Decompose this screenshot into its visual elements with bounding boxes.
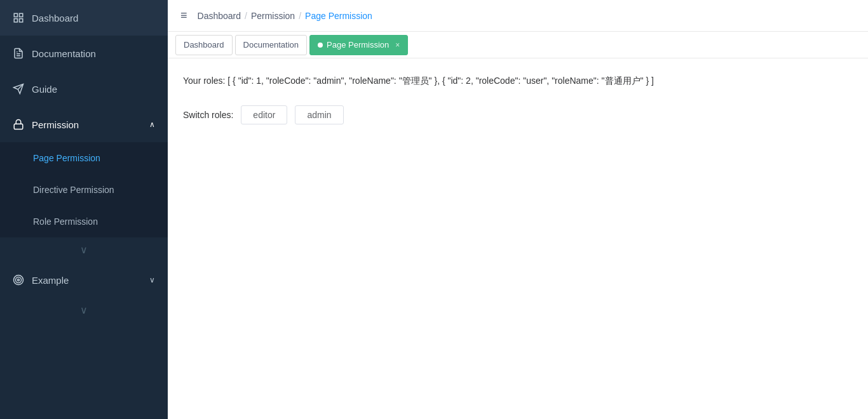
grid-icon	[13, 12, 24, 23]
sidebar-item-permission-label: Permission	[32, 119, 79, 130]
breadcrumb: Dashboard / Permission / Page Permission	[198, 11, 372, 21]
switch-label: Switch roles:	[183, 110, 233, 120]
sidebar-item-guide[interactable]: Guide	[0, 71, 168, 107]
header: ≡ Dashboard / Permission / Page Permissi…	[168, 0, 868, 32]
tab-page-permission-label: Page Permission	[327, 40, 389, 50]
sidebar-item-directive-permission[interactable]: Directive Permission	[0, 174, 168, 206]
breadcrumb-sep-1: /	[245, 11, 247, 21]
tab-documentation-label: Documentation	[243, 40, 299, 50]
sidebar: Dashboard Documentation Guide Pe	[0, 0, 168, 419]
active-tab-dot	[318, 43, 323, 48]
sidebar-item-page-permission[interactable]: Page Permission	[0, 142, 168, 174]
roles-info-line: Your roles: [ { "id": 1, "roleCode": "ad…	[183, 74, 853, 88]
tab-dashboard-label: Dashboard	[184, 40, 224, 50]
svg-point-11	[18, 279, 20, 281]
tab-page-permission[interactable]: Page Permission ×	[309, 35, 408, 55]
close-tab-icon[interactable]: ×	[395, 41, 400, 50]
directive-permission-label: Directive Permission	[33, 185, 114, 195]
tab-dashboard[interactable]: Dashboard	[175, 35, 233, 55]
hamburger-icon[interactable]: ≡	[180, 9, 187, 22]
sidebar-item-guide-label: Guide	[32, 84, 57, 95]
sidebar-item-documentation-label: Documentation	[32, 48, 96, 59]
svg-rect-3	[14, 19, 17, 22]
sidebar-item-permission[interactable]: Permission ∧	[0, 107, 168, 142]
send-icon	[13, 83, 24, 95]
tabs-bar: Dashboard Documentation Page Permission …	[168, 32, 868, 58]
sidebar-item-dashboard[interactable]: Dashboard	[0, 0, 168, 36]
roles-value: [ { "id": 1, "roleCode": "admin", "roleN…	[227, 76, 654, 86]
chevron-up-icon: ∧	[149, 120, 155, 129]
collapse-row-2[interactable]: ∨	[0, 298, 168, 323]
svg-rect-1	[20, 13, 23, 17]
main-area: ≡ Dashboard / Permission / Page Permissi…	[168, 0, 868, 419]
breadcrumb-sep-2: /	[299, 11, 301, 21]
collapse-row-1[interactable]: ∨	[0, 237, 168, 262]
svg-rect-8	[14, 124, 23, 129]
lock-icon	[13, 119, 24, 130]
sidebar-item-role-permission[interactable]: Role Permission	[0, 206, 168, 237]
tab-documentation[interactable]: Documentation	[235, 35, 307, 55]
content-area: Your roles: [ { "id": 1, "roleCode": "ad…	[168, 58, 868, 419]
chevron-down-icon-3: ∨	[80, 304, 88, 316]
svg-rect-0	[14, 13, 17, 17]
roles-label: Your roles:	[183, 76, 225, 86]
role-button-editor[interactable]: editor	[241, 105, 287, 124]
sidebar-item-example[interactable]: Example ∨	[0, 262, 168, 298]
sidebar-item-example-label: Example	[32, 275, 69, 286]
permission-submenu: Page Permission Directive Permission Rol…	[0, 142, 168, 237]
sidebar-item-dashboard-label: Dashboard	[32, 13, 78, 23]
target-icon	[13, 274, 24, 286]
role-button-admin[interactable]: admin	[295, 105, 343, 124]
doc-icon	[13, 48, 24, 59]
chevron-down-icon-1: ∨	[80, 244, 88, 256]
page-permission-label: Page Permission	[33, 153, 100, 163]
role-permission-label: Role Permission	[33, 216, 98, 227]
sidebar-item-documentation[interactable]: Documentation	[0, 36, 168, 71]
breadcrumb-permission[interactable]: Permission	[251, 11, 295, 21]
svg-rect-2	[20, 19, 23, 22]
breadcrumb-current: Page Permission	[305, 11, 372, 21]
breadcrumb-dashboard[interactable]: Dashboard	[198, 11, 241, 21]
switch-roles-row: Switch roles: editor admin	[183, 105, 853, 124]
chevron-down-icon-2: ∨	[149, 276, 155, 284]
svg-point-10	[16, 277, 22, 283]
